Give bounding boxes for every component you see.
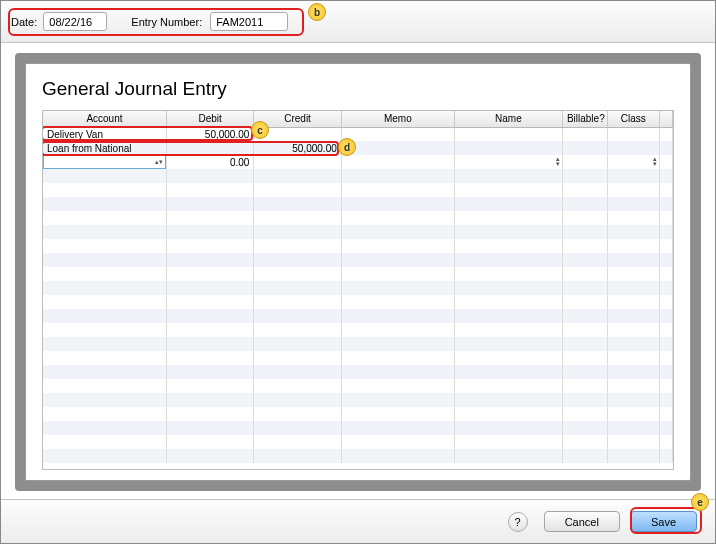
dropdown-icon[interactable]: ▴▾: [43, 155, 166, 169]
table-row[interactable]: [43, 267, 673, 281]
table-row[interactable]: [43, 351, 673, 365]
cell-name[interactable]: [454, 141, 562, 155]
cell-account-active[interactable]: ▴▾: [43, 155, 166, 169]
table-row[interactable]: [43, 435, 673, 449]
table-row[interactable]: [43, 211, 673, 225]
table-row[interactable]: [43, 407, 673, 421]
table-row[interactable]: [43, 323, 673, 337]
cell-name[interactable]: [454, 127, 562, 141]
cell-debit-active[interactable]: 0.00: [166, 155, 253, 169]
entry-number-field[interactable]: [210, 12, 288, 31]
table-row[interactable]: [43, 197, 673, 211]
save-button[interactable]: Save: [630, 511, 697, 532]
entry-number-label: Entry Number:: [131, 16, 202, 28]
cell-credit[interactable]: [254, 155, 341, 169]
col-debit[interactable]: Debit: [166, 111, 253, 127]
cancel-button[interactable]: Cancel: [544, 511, 620, 532]
table-row[interactable]: [43, 309, 673, 323]
table-row[interactable]: [43, 253, 673, 267]
date-label: Date:: [11, 16, 37, 28]
col-credit[interactable]: Credit: [254, 111, 341, 127]
col-memo[interactable]: Memo: [341, 111, 454, 127]
cell-memo[interactable]: [341, 155, 454, 169]
cell-billable[interactable]: [562, 141, 607, 155]
date-field[interactable]: [43, 12, 107, 31]
cell-billable[interactable]: [562, 127, 607, 141]
col-scroll-gutter: [659, 111, 672, 127]
table-row[interactable]: [43, 379, 673, 393]
table-row[interactable]: [43, 365, 673, 379]
dropdown-icon[interactable]: ▴▾: [653, 156, 657, 166]
dropdown-icon[interactable]: ▴▾: [556, 156, 560, 166]
table-row[interactable]: [43, 295, 673, 309]
table-row[interactable]: [43, 393, 673, 407]
table-row[interactable]: [43, 169, 673, 183]
col-billable[interactable]: Billable?: [562, 111, 607, 127]
cell-account[interactable]: Loan from National: [43, 141, 166, 155]
top-toolbar: Date: Entry Number:: [1, 1, 715, 43]
content-backdrop: General Journal Entry Account Debit Cred…: [15, 53, 701, 491]
table-row[interactable]: Delivery Van 50,000.00: [43, 127, 673, 141]
table-row[interactable]: Loan from National 50,000.00: [43, 141, 673, 155]
cell-gutter: [659, 127, 672, 141]
page-title: General Journal Entry: [42, 78, 674, 100]
table-row[interactable]: [43, 449, 673, 463]
help-button[interactable]: ?: [508, 512, 528, 532]
cell-class[interactable]: [608, 127, 659, 141]
cell-gutter: [659, 141, 672, 155]
table-row[interactable]: [43, 421, 673, 435]
cell-class[interactable]: [608, 141, 659, 155]
cell-memo[interactable]: [341, 141, 454, 155]
help-icon: ?: [515, 516, 521, 528]
cell-credit[interactable]: [254, 127, 341, 141]
table-row[interactable]: [43, 281, 673, 295]
cell-debit[interactable]: 50,000.00: [166, 127, 253, 141]
table-row-active[interactable]: ▴▾ 0.00 ▴▾ ▴▾: [43, 155, 673, 169]
journal-entry-panel: General Journal Entry Account Debit Cred…: [25, 63, 691, 481]
table-row[interactable]: [43, 239, 673, 253]
cell-billable[interactable]: [562, 155, 607, 169]
cell-debit[interactable]: [166, 141, 253, 155]
col-name[interactable]: Name: [454, 111, 562, 127]
table-row[interactable]: [43, 183, 673, 197]
cell-memo[interactable]: [341, 127, 454, 141]
cell-gutter: [659, 155, 672, 169]
col-class[interactable]: Class: [608, 111, 659, 127]
cell-account[interactable]: Delivery Van: [43, 127, 166, 141]
table-row[interactable]: [43, 225, 673, 239]
cell-credit[interactable]: 50,000.00: [254, 141, 341, 155]
column-header-row: Account Debit Credit Memo Name Billable?…: [43, 111, 673, 127]
cell-name[interactable]: ▴▾: [454, 155, 562, 169]
bottom-toolbar: ? Cancel Save: [1, 499, 715, 543]
cell-class[interactable]: ▴▾: [608, 155, 659, 169]
table-row[interactable]: [43, 337, 673, 351]
journal-grid: Account Debit Credit Memo Name Billable?…: [42, 110, 674, 470]
col-account[interactable]: Account: [43, 111, 166, 127]
